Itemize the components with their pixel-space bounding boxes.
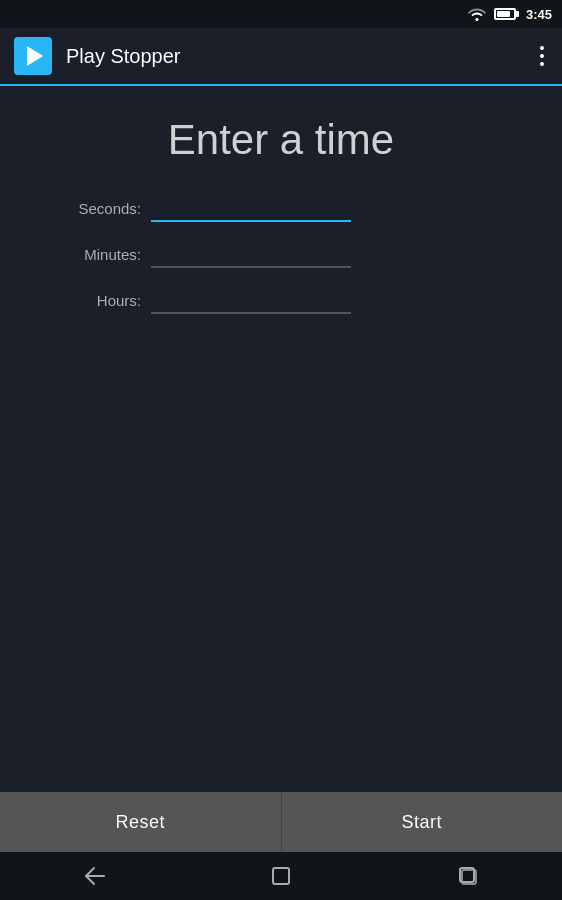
hours-label: Hours: — [71, 292, 141, 309]
app-title: Play Stopper — [66, 45, 522, 68]
minutes-input[interactable] — [151, 240, 351, 268]
bottom-buttons: Reset Start — [0, 792, 562, 852]
home-button[interactable] — [261, 856, 301, 896]
time-form: Seconds: Minutes: Hours: — [71, 194, 491, 314]
wifi-icon — [468, 7, 486, 21]
battery-icon — [494, 8, 516, 20]
recents-button[interactable] — [448, 856, 488, 896]
reset-button[interactable]: Reset — [0, 792, 282, 852]
status-time: 3:45 — [526, 7, 552, 22]
page-title: Enter a time — [168, 116, 394, 164]
app-bar: Play Stopper — [0, 28, 562, 86]
svg-rect-1 — [273, 868, 289, 884]
seconds-row: Seconds: — [71, 194, 491, 222]
start-button[interactable]: Start — [282, 792, 563, 852]
minutes-row: Minutes: — [71, 240, 491, 268]
seconds-input[interactable] — [151, 194, 351, 222]
hours-input[interactable] — [151, 286, 351, 314]
status-bar: 3:45 — [0, 0, 562, 28]
play-icon — [27, 46, 43, 66]
main-content: Enter a time Seconds: Minutes: Hours: — [0, 86, 562, 792]
seconds-label: Seconds: — [71, 200, 141, 217]
back-button[interactable] — [74, 856, 114, 896]
app-icon — [14, 37, 52, 75]
hours-row: Hours: — [71, 286, 491, 314]
overflow-menu-button[interactable] — [536, 42, 548, 70]
nav-bar — [0, 852, 562, 900]
minutes-label: Minutes: — [71, 246, 141, 263]
